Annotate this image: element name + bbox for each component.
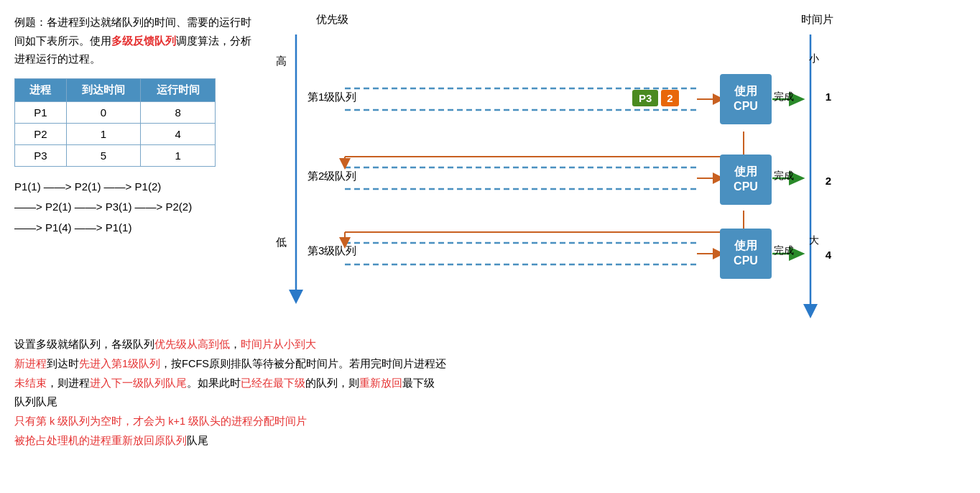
cell-p2-name: P2 bbox=[15, 123, 67, 144]
process-table: 进程 到达时间 运行时间 P1 0 8 P2 1 4 P3 5 bbox=[14, 78, 216, 167]
desc-line3-mid: ，则进程 bbox=[47, 377, 90, 389]
cell-p3-name: P3 bbox=[15, 144, 67, 166]
desc-line5: 只有第 k 级队列为空时，才会为 k+1 级队头的进程分配时间片 bbox=[14, 412, 966, 431]
desc-line3: 未结束，则进程进入下一级队列队尾。如果此时已经在最下级的队列，则重新放回最下级 bbox=[14, 374, 966, 393]
schedule-step-1: P1(1) ——> P2(1) ——> P1(2) bbox=[14, 177, 259, 198]
cell-p1-name: P1 bbox=[15, 101, 67, 123]
col-header-process: 进程 bbox=[15, 78, 67, 101]
cpu-box-1: 使用CPU bbox=[720, 74, 772, 124]
priority-label: 优先级 bbox=[316, 13, 348, 27]
bottom-section: 设置多级就绪队列，各级队列优先级从高到低，时间片从小到大 新进程到达时先进入第1… bbox=[14, 335, 966, 451]
left-panel: 例题：各进程到达就绪队列的时间、需要的运行时间如下表所示。使用多级反馈队列调度算… bbox=[14, 13, 259, 322]
priority-low-label: 低 bbox=[276, 236, 287, 249]
priority-high-label: 高 bbox=[276, 55, 287, 68]
complete-label-3: 完成 bbox=[774, 244, 794, 257]
cpu-label-3: 使用CPU bbox=[734, 239, 758, 269]
cpu-label-1: 使用CPU bbox=[734, 84, 758, 114]
complete-2: 完成 bbox=[774, 170, 794, 183]
desc-line1: 设置多级就绪队列，各级队列优先级从高到低，时间片从小到大 bbox=[14, 335, 966, 354]
cell-p2-arrive: 1 bbox=[66, 123, 141, 144]
desc-line4: 队列队尾 bbox=[14, 392, 966, 412]
timeslice-small-label: 小 bbox=[809, 52, 819, 65]
desc-line3-red3: 已经在最下级 bbox=[241, 377, 305, 389]
table-row: P1 0 8 bbox=[15, 101, 216, 123]
complete-3: 完成 bbox=[774, 244, 794, 257]
desc-line6: 被抢占处理机的进程重新放回原队列队尾 bbox=[14, 431, 966, 451]
desc-line2-red1: 新进程 bbox=[14, 358, 47, 369]
cell-p1-arrive: 0 bbox=[66, 101, 141, 123]
queue3-label: 第3级队列 bbox=[308, 244, 356, 258]
desc-line3-red4: 重新放回 bbox=[359, 377, 402, 389]
desc-line1-pre: 设置多级就绪队列，各级队列 bbox=[14, 338, 154, 350]
desc-line3-red1: 未结束 bbox=[14, 377, 47, 389]
table-row: P2 1 4 bbox=[15, 123, 216, 144]
cpu-box-2: 使用CPU bbox=[720, 155, 772, 205]
p3-num-badge: 2 bbox=[661, 90, 678, 106]
diagram-container: 优先级 高 低 时间片 小 1 2 大 4 第1级队列 第2级队列 第3级队列 bbox=[273, 13, 833, 322]
cell-p3-run: 1 bbox=[141, 144, 216, 166]
desc-line2: 新进程到达时先进入第1级队列，按FCFS原则排队等待被分配时间片。若用完时间片进… bbox=[14, 354, 966, 374]
schedule-text: P1(1) ——> P2(1) ——> P1(2) ——> P2(1) ——> … bbox=[14, 177, 259, 239]
table-row: P3 5 1 bbox=[15, 144, 216, 166]
col-header-run: 运行时间 bbox=[141, 78, 216, 101]
intro-highlight: 多级反馈队列 bbox=[111, 34, 176, 47]
desc-line2-red2: 先进入第1级队列 bbox=[79, 358, 160, 369]
cell-p1-run: 8 bbox=[141, 101, 216, 123]
complete-label-1: 完成 bbox=[774, 91, 794, 103]
timeslice-value-1: 1 bbox=[826, 91, 831, 103]
intro-text2: 调度算法，分析 bbox=[176, 34, 251, 47]
intro-text: 例题：各进程到达就绪队列的时间、需要的运行时间如下表所示。使用多级反馈队列调度算… bbox=[14, 13, 259, 68]
right-panel: 优先级 高 低 时间片 小 1 2 大 4 第1级队列 第2级队列 第3级队列 bbox=[273, 13, 966, 322]
desc-line1-mid: ， bbox=[230, 338, 241, 350]
schedule-step-3: ——> P1(4) ——> P1(1) bbox=[14, 218, 259, 239]
desc-line6-end: 队尾 bbox=[187, 435, 208, 446]
desc-line6-red: 被抢占处理机的进程重新放回原队列 bbox=[14, 435, 187, 446]
timeslice-label: 时间片 bbox=[801, 13, 833, 27]
desc-line1-red1: 优先级从高到低 bbox=[154, 338, 230, 350]
p3-badge: P3 bbox=[632, 90, 658, 106]
complete-1: 完成 bbox=[774, 91, 794, 103]
desc-line5-text: 只有第 k 级队列为空时，才会为 k+1 级队头的进程分配时间片 bbox=[14, 415, 307, 427]
p3-queue-item: P3 2 bbox=[632, 90, 679, 106]
desc-line1-red2: 时间片从小到大 bbox=[241, 338, 316, 350]
queue1-label: 第1级队列 bbox=[308, 91, 356, 104]
complete-label-2: 完成 bbox=[774, 170, 794, 183]
desc-line3-red2: 进入下一级队列队尾 bbox=[90, 377, 187, 389]
desc-line3-end2: 的队列，则 bbox=[305, 377, 359, 389]
cell-p3-arrive: 5 bbox=[66, 144, 141, 166]
cpu-label-2: 使用CPU bbox=[734, 165, 758, 195]
cell-p2-run: 4 bbox=[141, 123, 216, 144]
desc-line2-mid: 到达时 bbox=[47, 358, 79, 369]
cpu-box-3: 使用CPU bbox=[720, 229, 772, 279]
intro-text3: 进程运行的过程。 bbox=[14, 52, 101, 65]
desc-line3-end3: 最下级 bbox=[402, 377, 435, 389]
timeslice-value-4: 4 bbox=[826, 249, 831, 261]
col-header-arrive: 到达时间 bbox=[66, 78, 141, 101]
desc-line3-end: 。如果此时 bbox=[187, 377, 241, 389]
timeslice-big-label: 大 bbox=[809, 234, 819, 247]
desc-line2-end: ，按FCFS原则排队等待被分配时间片。若用完时间片进程还 bbox=[160, 358, 446, 369]
queue2-label: 第2级队列 bbox=[308, 170, 356, 183]
timeslice-value-2: 2 bbox=[826, 175, 831, 187]
schedule-step-2: ——> P2(1) ——> P3(1) ——> P2(2) bbox=[14, 197, 259, 218]
